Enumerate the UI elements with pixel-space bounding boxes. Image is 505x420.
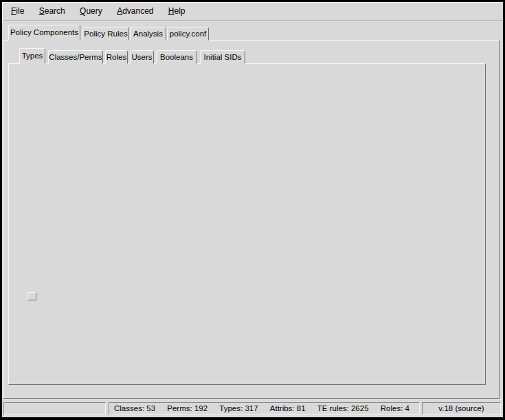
stat-classes: Classes: 53: [114, 403, 155, 415]
stat-te-rules: TE rules: 2625: [317, 403, 369, 415]
subtab-roles[interactable]: Roles: [105, 50, 128, 64]
menu-file[interactable]: File: [5, 2, 30, 21]
stat-types: Types: 317: [219, 403, 258, 415]
subtab-classes-perms[interactable]: Classes/Perms: [48, 50, 103, 64]
window-border-left: [0, 0, 2, 420]
menu-help[interactable]: Help: [162, 2, 192, 21]
policy-version-label: v.18 (source): [438, 403, 484, 415]
tab-policy-components[interactable]: Policy Components: [8, 25, 80, 41]
window-border-top: [0, 0, 505, 2]
tab-policy-rules[interactable]: Policy Rules: [82, 27, 129, 41]
statusbar-version: v.18 (source): [422, 402, 501, 415]
menu-query[interactable]: Query: [74, 2, 109, 21]
stat-perms: Perms: 192: [167, 403, 207, 415]
stat-attribs: Attribs: 81: [270, 403, 306, 415]
subtab-initial-sids[interactable]: Initial SIDs: [200, 50, 245, 64]
subtab-booleans[interactable]: Booleans: [156, 50, 197, 64]
statusbar-stats: Classes: 53 Perms: 192 Types: 317 Attrib…: [109, 402, 420, 415]
types-tab-panel: [8, 63, 486, 385]
stat-roles: Roles: 4: [381, 403, 409, 415]
window-border-bottom: [0, 417, 505, 420]
pane-sash-handle[interactable]: [27, 292, 36, 300]
tab-policy-conf[interactable]: policy.conf: [167, 27, 209, 41]
menu-search[interactable]: Search: [33, 2, 71, 21]
menu-advanced[interactable]: Advanced: [111, 2, 159, 21]
subtab-types[interactable]: Types: [19, 48, 45, 64]
apol-window: File Search Query Advanced Help Policy C…: [0, 0, 505, 420]
subtab-users[interactable]: Users: [130, 50, 154, 64]
statusbar-left-box: [3, 402, 106, 415]
menubar: File Search Query Advanced Help: [2, 2, 503, 21]
tab-analysis[interactable]: Analysis: [130, 27, 166, 41]
